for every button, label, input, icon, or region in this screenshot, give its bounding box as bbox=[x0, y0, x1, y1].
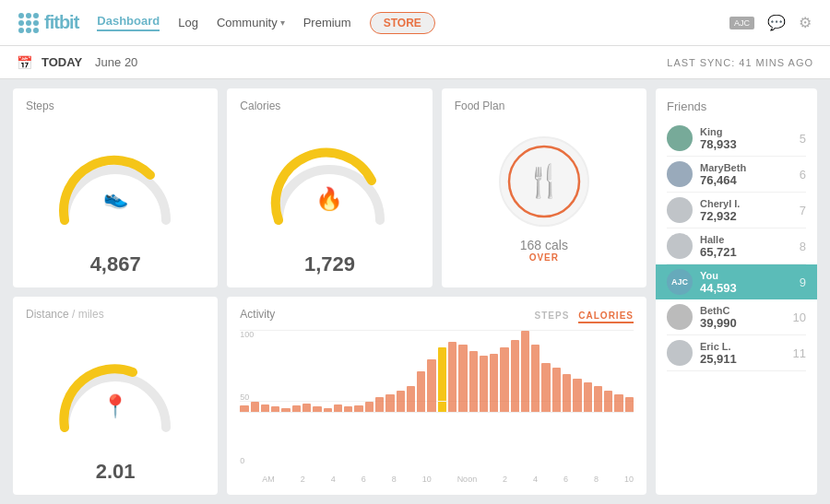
chart-bar bbox=[438, 347, 446, 411]
chart-bar bbox=[324, 408, 332, 412]
chart-area: 100 50 0 AM 2 4 6 8 10 bbox=[240, 330, 634, 485]
distance-card: Distance / miles 📍 2.01 bbox=[13, 297, 218, 496]
chart-bar bbox=[448, 342, 456, 411]
friend-row[interactable]: AJCYou44,5939 bbox=[656, 264, 817, 299]
friend-row[interactable]: King78,9335 bbox=[667, 121, 806, 157]
friend-row[interactable]: MaryBeth76,4646 bbox=[667, 157, 806, 193]
friend-rank: 10 bbox=[793, 311, 806, 324]
food-circle-svg: 🍴 bbox=[493, 131, 595, 232]
friend-name: MaryBeth bbox=[700, 162, 792, 173]
nav-community[interactable]: Community ▾ bbox=[217, 16, 285, 29]
chart-bar bbox=[594, 386, 602, 412]
chart-bar bbox=[334, 404, 342, 412]
friend-name: Eric L. bbox=[700, 341, 786, 352]
chart-bar bbox=[500, 347, 508, 411]
friend-rank: 5 bbox=[800, 132, 806, 146]
chart-bar bbox=[521, 331, 529, 412]
friends-title: Friends bbox=[667, 100, 806, 113]
chart-bar bbox=[281, 408, 290, 412]
chart-bar bbox=[625, 397, 634, 411]
user-icon[interactable]: AJC bbox=[729, 17, 754, 29]
dashboard-grid: Steps 👟 4,867 Calories bbox=[13, 88, 646, 495]
chart-bar bbox=[584, 382, 592, 411]
distance-title: Distance / miles bbox=[26, 308, 205, 321]
steps-value: 4,867 bbox=[26, 252, 205, 276]
friend-row[interactable]: Eric L.25,91111 bbox=[667, 335, 806, 371]
food-plan-title: Food Plan bbox=[455, 100, 634, 112]
calories-card: Calories 🔥 1,729 bbox=[227, 88, 432, 287]
activity-header: Activity STEPS CALORIES bbox=[240, 308, 634, 326]
chart-bar bbox=[541, 363, 550, 412]
steps-title: Steps bbox=[26, 100, 205, 112]
food-plan-card: Food Plan 🍴 168 cals OVER bbox=[442, 88, 646, 287]
steps-gauge-svg: 👟 bbox=[51, 142, 180, 225]
navbar: fitbit Dashboard Log Community ▾ Premium… bbox=[0, 0, 830, 46]
date-bar-left: 📅 TODAY June 20 bbox=[17, 55, 137, 70]
svg-text:👟: 👟 bbox=[103, 185, 129, 210]
chart-bar bbox=[365, 402, 374, 411]
friend-info: Halle65,721 bbox=[700, 234, 792, 259]
steps-card: Steps 👟 4,867 bbox=[13, 88, 218, 287]
friend-avatar bbox=[667, 197, 693, 223]
date-text: June 20 bbox=[95, 55, 137, 69]
chart-bar bbox=[552, 368, 561, 412]
chart-bar bbox=[385, 394, 394, 412]
logo-dots bbox=[18, 13, 39, 33]
chart-bar bbox=[417, 371, 425, 412]
chevron-down-icon: ▾ bbox=[280, 18, 285, 28]
friend-row[interactable]: BethC39,99010 bbox=[667, 299, 806, 335]
food-plan-visual: 🍴 168 cals OVER bbox=[455, 118, 634, 276]
chart-bar bbox=[313, 406, 321, 411]
sync-status: LAST SYNC: 41 MINS AGO bbox=[667, 57, 813, 68]
friend-avatar bbox=[667, 340, 693, 366]
nav-log[interactable]: Log bbox=[178, 16, 198, 29]
friend-name: Halle bbox=[700, 234, 792, 245]
friend-avatar bbox=[667, 304, 693, 330]
chart-bar bbox=[458, 345, 467, 412]
chat-icon[interactable]: 💬 bbox=[767, 14, 786, 31]
nav-dashboard[interactable]: Dashboard bbox=[97, 14, 160, 31]
chart-x-labels: AM 2 4 6 8 10 Noon 2 4 6 8 10 bbox=[262, 475, 634, 484]
chart-bar bbox=[240, 405, 248, 411]
friend-row[interactable]: Halle65,7218 bbox=[667, 229, 806, 264]
friend-rank: 8 bbox=[800, 240, 806, 253]
friend-row[interactable]: Cheryl I.72,9327 bbox=[667, 193, 806, 229]
friend-name: You bbox=[700, 270, 792, 281]
calories-gauge: 🔥 bbox=[240, 118, 419, 249]
friend-steps: 44,593 bbox=[700, 281, 792, 295]
activity-title: Activity bbox=[240, 308, 275, 321]
nav-premium[interactable]: Premium bbox=[303, 16, 351, 29]
friend-rank: 11 bbox=[793, 346, 806, 360]
chart-bar bbox=[407, 386, 415, 412]
chart-bar bbox=[302, 404, 311, 412]
chart-bar bbox=[354, 405, 362, 411]
activity-card: Activity STEPS CALORIES 100 50 0 bbox=[227, 297, 646, 496]
chart-bar bbox=[344, 406, 352, 411]
friend-info: Eric L.25,911 bbox=[700, 341, 786, 366]
calories-title: Calories bbox=[240, 100, 419, 112]
toggle-steps-button[interactable]: STEPS bbox=[535, 311, 570, 323]
friend-rank: 9 bbox=[800, 275, 806, 289]
chart-bar bbox=[573, 379, 581, 411]
chart-bar bbox=[490, 354, 498, 412]
chart-bar bbox=[469, 351, 478, 411]
chart-bar bbox=[563, 374, 571, 411]
friend-rank: 6 bbox=[800, 168, 806, 182]
settings-icon[interactable]: ⚙ bbox=[799, 14, 812, 31]
friend-info: Cheryl I.72,932 bbox=[700, 198, 792, 223]
food-over: OVER bbox=[529, 252, 559, 263]
chart-bar bbox=[375, 397, 384, 411]
distance-value: 2.01 bbox=[26, 460, 205, 484]
friend-avatar bbox=[667, 161, 693, 187]
friend-info: You44,593 bbox=[700, 270, 792, 295]
chart-bar bbox=[397, 391, 405, 412]
steps-gauge: 👟 bbox=[26, 118, 205, 249]
friend-info: MaryBeth76,464 bbox=[700, 162, 792, 187]
toggle-calories-button[interactable]: CALORIES bbox=[578, 311, 634, 323]
store-button[interactable]: STORE bbox=[370, 12, 435, 34]
svg-text:🍴: 🍴 bbox=[525, 162, 564, 200]
friends-list: King78,9335MaryBeth76,4646Cheryl I.72,93… bbox=[667, 121, 806, 371]
friend-avatar bbox=[667, 233, 693, 259]
food-cals: 168 cals bbox=[520, 238, 568, 252]
nav-right: AJC 💬 ⚙ bbox=[729, 14, 812, 31]
